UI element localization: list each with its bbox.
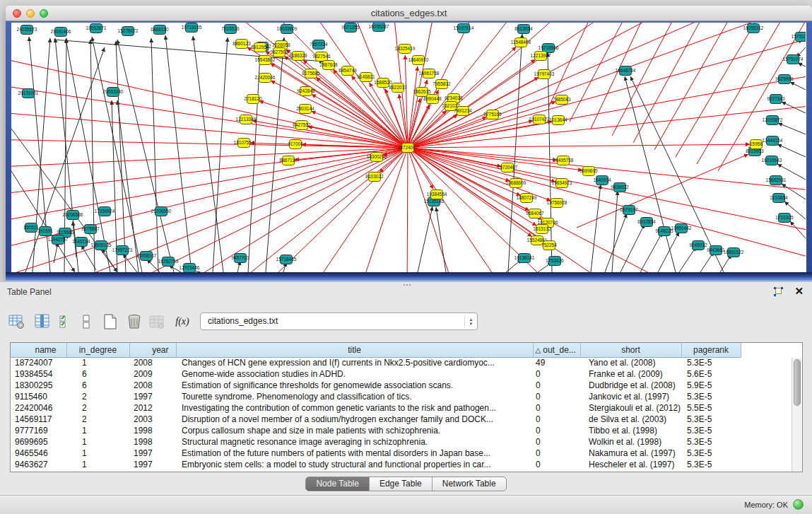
table-row[interactable]: 2242004622012Investigating the contribut…: [11, 402, 741, 414]
graph-edge[interactable]: [408, 148, 506, 272]
column-header-year[interactable]: year: [129, 343, 176, 357]
column-header-name[interactable]: name: [11, 343, 66, 357]
graph-edge[interactable]: [676, 23, 767, 157]
new-table-icon[interactable]: [100, 312, 120, 332]
graph-edge[interactable]: [408, 23, 435, 148]
close-panel-icon[interactable]: ✕: [794, 286, 804, 296]
tab-node-table[interactable]: Node Table: [306, 477, 370, 491]
graph-edge[interactable]: [591, 23, 651, 129]
graph-edge[interactable]: [577, 154, 748, 228]
graph-edge[interactable]: [266, 37, 284, 272]
zoom-window-button[interactable]: [40, 9, 48, 18]
memory-ok-icon: [793, 499, 804, 510]
graph-edge[interactable]: [408, 66, 418, 148]
function-builder-icon[interactable]: f(x): [172, 312, 192, 332]
graph-edge[interactable]: [408, 23, 760, 148]
graph-edge[interactable]: [151, 38, 158, 272]
graph-edge[interactable]: [11, 83, 408, 148]
node-label: 7615526: [221, 26, 240, 31]
table-row[interactable]: 1938455462009Genome-wide association stu…: [11, 368, 741, 380]
tab-network-table[interactable]: Network Table: [433, 477, 506, 491]
node-label: 2867608: [319, 62, 338, 67]
graph-edge[interactable]: [508, 34, 522, 272]
node-label: 17957223: [112, 247, 133, 252]
minimize-window-button[interactable]: [26, 9, 35, 18]
graph-edge[interactable]: [790, 82, 806, 90]
graph-edge[interactable]: [633, 23, 711, 143]
table-panel-header: Table Panel ✕: [0, 282, 812, 302]
table-row[interactable]: 977716911998Corpus callosum shape and si…: [11, 425, 741, 436]
graph-edge[interactable]: [654, 23, 739, 150]
graph-edge[interactable]: [358, 148, 408, 272]
graph-edge[interactable]: [777, 144, 806, 157]
graph-edge[interactable]: [90, 40, 95, 272]
close-window-button[interactable]: [13, 9, 21, 18]
table-row[interactable]: 1456911722003Disruption of a novel membe…: [11, 414, 741, 425]
table-source-select[interactable]: citations_edges.txt ▲▼: [200, 313, 478, 330]
column-header-title[interactable]: title: [176, 343, 533, 357]
column-header-in_degree[interactable]: in_degree: [66, 343, 129, 357]
graph-edge[interactable]: [407, 148, 408, 272]
graph-edge[interactable]: [630, 76, 724, 272]
graph-edge[interactable]: [605, 214, 627, 272]
network-canvas[interactable]: 2403557320091406105528711527607264661601…: [11, 23, 806, 272]
graph-edge[interactable]: [408, 23, 520, 148]
table-row[interactable]: 1830029562008Estimation of significance …: [11, 380, 741, 391]
graph-edge[interactable]: [408, 144, 750, 148]
graph-edge[interactable]: [308, 127, 408, 148]
graph-edge[interactable]: [29, 37, 50, 272]
float-panel-icon[interactable]: [774, 287, 783, 296]
node-label: 16782759: [158, 259, 179, 264]
table-row[interactable]: 946362711997Embryonic stem cells: a mode…: [11, 459, 741, 470]
graph-edge[interactable]: [308, 148, 408, 272]
graph-edge[interactable]: [286, 49, 408, 148]
graph-edge[interactable]: [193, 36, 223, 272]
column-visibility-icon[interactable]: [33, 312, 52, 332]
graph-edge[interactable]: [66, 39, 110, 272]
tab-edge-table[interactable]: Edge Table: [370, 477, 433, 491]
import-table-icon[interactable]: [147, 312, 167, 332]
graph-edge[interactable]: [408, 40, 803, 148]
graph-edge[interactable]: [620, 224, 645, 272]
table-row[interactable]: 1872400712008Changes of HCN gene express…: [11, 357, 741, 368]
graph-edge[interactable]: [625, 76, 676, 272]
graph-edge[interactable]: [798, 63, 806, 66]
column-header-short[interactable]: short: [580, 343, 681, 357]
graph-edge[interactable]: [408, 148, 510, 181]
node-label: 13505135: [91, 243, 112, 247]
graph-edge[interactable]: [408, 23, 718, 148]
table-row[interactable]: 946554611997Estimation of the future num…: [11, 448, 741, 459]
node-label: 18807249: [517, 195, 537, 200]
graph-edge[interactable]: [782, 102, 806, 113]
graph-edge[interactable]: [418, 206, 433, 272]
graph-edge[interactable]: [165, 35, 192, 272]
node-label: 9443661: [707, 247, 725, 252]
graph-edge[interactable]: [778, 123, 806, 134]
node-label: 9329966: [775, 76, 794, 81]
citation-graph[interactable]: 2403557320091406105528711527607264661601…: [11, 23, 806, 272]
graph-edge[interactable]: [408, 23, 570, 148]
graph-edge[interactable]: [612, 191, 618, 272]
graph-edge[interactable]: [408, 148, 555, 182]
graph-edge[interactable]: [312, 94, 408, 148]
graph-edge[interactable]: [658, 232, 679, 272]
table-scrollbar[interactable]: [792, 358, 802, 472]
row-toggle-icon[interactable]: [76, 312, 96, 332]
node-label: 7485083: [553, 97, 571, 102]
graph-edge[interactable]: [548, 23, 598, 107]
row-check-icon[interactable]: [57, 312, 76, 332]
graph-edge[interactable]: [408, 148, 457, 272]
delete-table-icon[interactable]: [124, 312, 144, 332]
node-label: 9827508: [270, 49, 288, 54]
graph-edge[interactable]: [679, 247, 696, 272]
window-titlebar[interactable]: citations_edges.txt: [6, 6, 812, 21]
column-header-pagerank[interactable]: pagerank: [681, 343, 741, 357]
table-row[interactable]: 911546021997Tourette syndrome. Phenomeno…: [11, 391, 741, 402]
graph-edge[interactable]: [640, 233, 662, 272]
scrollbar-thumb[interactable]: [794, 359, 801, 406]
graph-edge[interactable]: [408, 148, 806, 235]
column-header-out_de[interactable]: △out_de...: [533, 343, 580, 357]
table-settings-icon[interactable]: [7, 312, 27, 332]
graph-edge[interactable]: [790, 221, 806, 238]
table-row[interactable]: 969969511998Structural magnetic resonanc…: [11, 436, 741, 448]
